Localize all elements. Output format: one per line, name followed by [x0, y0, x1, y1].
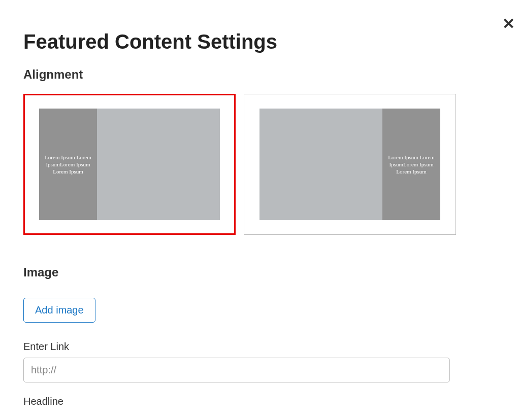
alignment-options: Lorem Ipsum Lorem IpsumLorem Ipsum Lorem… — [23, 94, 497, 235]
link-input[interactable] — [23, 358, 450, 382]
alignment-heading: Alignment — [23, 67, 497, 82]
alignment-preview-sidebar: Lorem Ipsum Lorem IpsumLorem Ipsum Lorem… — [39, 109, 97, 220]
alignment-option-left[interactable]: Lorem Ipsum Lorem IpsumLorem Ipsum Lorem… — [23, 94, 236, 235]
alignment-preview-right: Lorem Ipsum Lorem IpsumLorem Ipsum Lorem… — [259, 109, 440, 220]
settings-container: Featured Content Settings Alignment Lore… — [0, 0, 520, 407]
alignment-preview-content — [259, 109, 382, 220]
alignment-preview-placeholder-text: Lorem Ipsum Lorem IpsumLorem Ipsum Lorem… — [39, 154, 97, 176]
close-icon[interactable]: ✕ — [502, 16, 515, 31]
page-title: Featured Content Settings — [23, 30, 497, 53]
alignment-option-right[interactable]: Lorem Ipsum Lorem IpsumLorem Ipsum Lorem… — [244, 94, 456, 235]
alignment-preview-content — [97, 109, 220, 220]
enter-link-label: Enter Link — [23, 341, 497, 353]
alignment-preview-left: Lorem Ipsum Lorem IpsumLorem Ipsum Lorem… — [39, 109, 220, 220]
alignment-preview-sidebar: Lorem Ipsum Lorem IpsumLorem Ipsum Lorem… — [382, 109, 440, 220]
alignment-preview-placeholder-text: Lorem Ipsum Lorem IpsumLorem Ipsum Lorem… — [382, 154, 440, 176]
image-heading: Image — [23, 265, 497, 279]
add-image-button[interactable]: Add image — [23, 298, 95, 323]
headline-label: Headline — [23, 396, 497, 407]
